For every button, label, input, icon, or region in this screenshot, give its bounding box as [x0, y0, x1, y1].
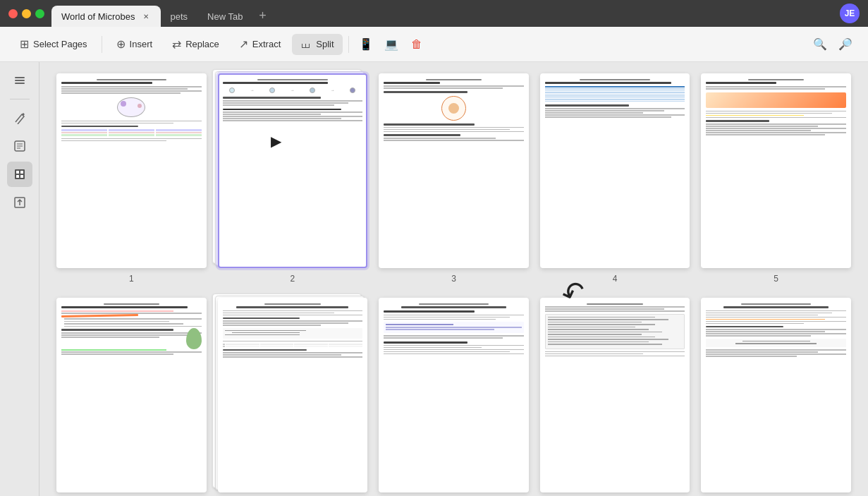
svg-rect-4	[15, 169, 25, 179]
pages-content[interactable]: 1 ▶ →	[39, 62, 868, 496]
page-thumb-5[interactable]	[701, 73, 851, 268]
page-thumb-6[interactable]	[56, 298, 207, 492]
split-stack-2: ▶ → → →	[218, 73, 368, 268]
sidebar-item-pages[interactable]	[7, 162, 32, 187]
maximize-button[interactable]	[35, 9, 44, 18]
tab-label: pets	[171, 11, 188, 22]
tab-label: New Tab	[207, 11, 243, 22]
edit-icon	[13, 140, 26, 152]
page-number-4: 4	[613, 274, 618, 284]
toolbar-separator-2	[348, 36, 349, 53]
tab-new-tab[interactable]: New Tab	[197, 6, 252, 27]
page-thumb-8[interactable]	[379, 298, 529, 492]
page-thumb-2[interactable]: ▶ → → →	[218, 73, 368, 268]
device-icon-1[interactable]: 📱	[355, 33, 377, 56]
device-icon-2[interactable]: 💻	[380, 33, 403, 56]
svg-rect-5	[16, 171, 19, 174]
tab-close-icon[interactable]: ✕	[141, 11, 151, 21]
replace-button[interactable]: ⇄ Replace	[164, 33, 228, 55]
main-area: 1 ▶ →	[0, 62, 868, 496]
zoom-in-icon[interactable]: 🔎	[834, 33, 857, 56]
pages-icon	[13, 168, 26, 181]
svg-rect-1	[15, 80, 25, 81]
page-thumb-7[interactable]	[218, 298, 368, 492]
close-button[interactable]	[8, 9, 18, 18]
tab-pets[interactable]: pets	[161, 6, 198, 27]
pen-icon	[13, 111, 26, 124]
page-item-5: 5	[701, 73, 851, 284]
page-number-3: 3	[451, 274, 456, 284]
sidebar-item-export[interactable]	[7, 190, 32, 215]
tab-label: World of Microbes	[61, 11, 135, 22]
sidebar	[0, 62, 39, 496]
sidebar-item-menu[interactable]	[7, 68, 32, 93]
toolbar: ⊞ Select Pages ⊕ Insert ⇄ Replace ↗ Extr…	[0, 27, 868, 62]
split-button[interactable]: ⧢ Split	[292, 34, 342, 55]
svg-rect-0	[15, 77, 25, 78]
page-number-1: 1	[129, 274, 134, 284]
tab-world-of-microbes[interactable]: World of Microbes ✕	[51, 6, 161, 27]
toolbar-separator	[102, 36, 102, 53]
tab-bar: World of Microbes ✕ pets New Tab +	[51, 0, 272, 27]
page-thumb-3[interactable]	[379, 73, 529, 268]
page-item-2: ▶ → → →	[218, 73, 368, 284]
delete-button[interactable]: 🗑	[405, 33, 428, 56]
page-number-5: 5	[774, 274, 778, 284]
traffic-lights	[0, 9, 44, 18]
split-icon: ⧢	[300, 38, 312, 51]
menu-icon	[13, 74, 26, 87]
page-item-9: ↷	[540, 298, 690, 496]
pages-grid: 1 ▶ →	[56, 73, 851, 496]
sidebar-separator	[10, 99, 30, 99]
sidebar-item-annotate[interactable]	[7, 105, 32, 131]
title-bar: World of Microbes ✕ pets New Tab + JE	[0, 0, 868, 27]
cursor-arrow-icon: ▶	[271, 133, 281, 150]
insert-button[interactable]: ⊕ Insert	[108, 33, 161, 55]
page-item-7: 7	[218, 298, 368, 496]
page-item-1: 1	[56, 73, 207, 284]
svg-rect-7	[16, 175, 19, 178]
page-item-10: 10	[701, 298, 851, 496]
page-thumb-10[interactable]	[701, 298, 851, 492]
select-pages-button[interactable]: ⊞ Select Pages	[11, 33, 96, 55]
svg-rect-6	[20, 171, 23, 174]
svg-rect-2	[15, 83, 25, 84]
replace-icon: ⇄	[172, 37, 181, 51]
svg-rect-8	[20, 175, 23, 178]
page-number-2: 2	[291, 274, 295, 284]
select-pages-icon: ⊞	[20, 37, 29, 51]
extract-icon: ↗	[239, 37, 248, 51]
page-item-3: 3	[379, 73, 529, 284]
new-tab-button[interactable]: +	[252, 6, 272, 25]
page-item-8: 8	[379, 298, 529, 496]
page-thumb-9[interactable]	[540, 298, 690, 492]
extract-button[interactable]: ↗ Extract	[231, 33, 289, 55]
page-thumb-1[interactable]	[56, 73, 207, 268]
insert-icon: ⊕	[116, 37, 126, 51]
zoom-out-icon[interactable]: 🔍	[809, 33, 831, 56]
export-icon	[13, 196, 26, 209]
sidebar-item-edit[interactable]	[7, 133, 32, 159]
split-stack-7	[218, 298, 368, 492]
page-item-4: 4	[540, 73, 690, 284]
user-avatar[interactable]: JE	[840, 4, 860, 23]
page-item-6: 6	[56, 298, 207, 496]
minimize-button[interactable]	[22, 9, 31, 18]
page-thumb-4[interactable]	[540, 73, 690, 268]
